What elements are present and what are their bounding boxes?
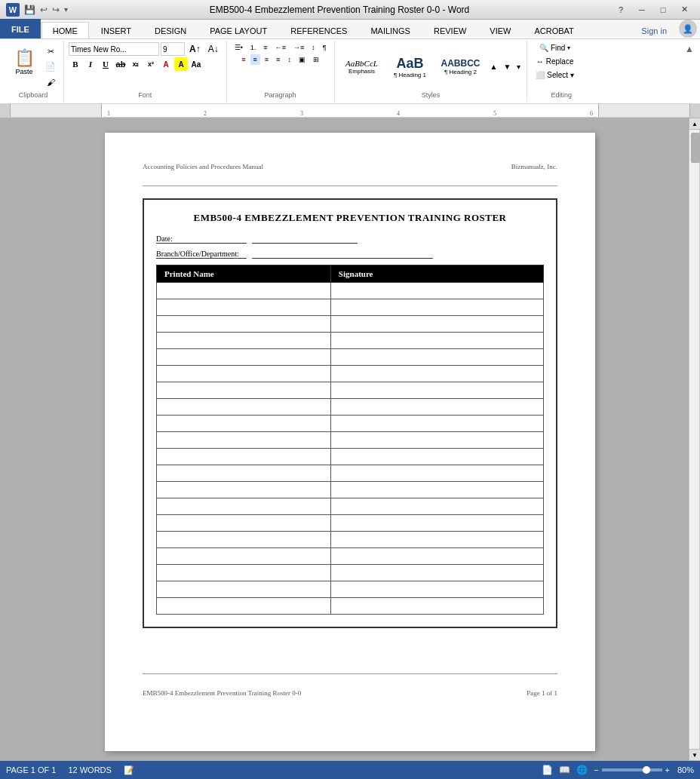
signature-cell <box>330 581 543 598</box>
minimize-button[interactable]: ─ <box>632 2 652 17</box>
maximize-button[interactable]: □ <box>653 2 673 17</box>
increase-indent-button[interactable]: →≡ <box>290 42 307 53</box>
signature-cell <box>330 349 543 366</box>
styles-more[interactable]: ▾ <box>515 61 522 72</box>
zoom-out-button[interactable]: − <box>594 765 598 774</box>
line-spacing-button[interactable]: ↕ <box>284 54 294 65</box>
help-button[interactable]: ? <box>611 2 631 17</box>
bold-button[interactable]: B <box>69 57 82 71</box>
table-row <box>157 515 544 532</box>
table-row <box>157 349 544 366</box>
text-color-button[interactable]: A <box>159 57 173 71</box>
sign-in-button[interactable]: Sign in <box>632 23 676 38</box>
align-left-button[interactable]: ≡ <box>238 54 248 65</box>
decrease-indent-button[interactable]: ←≡ <box>272 42 289 53</box>
strikethrough-button[interactable]: ab <box>114 57 127 71</box>
zoom-slider[interactable] <box>602 768 662 771</box>
quick-access-save[interactable]: 💾 <box>24 5 35 15</box>
find-button[interactable]: 🔍 Find ▾ <box>536 42 574 54</box>
quick-access-redo[interactable]: ↪ <box>52 5 60 15</box>
ribbon-collapse-button[interactable]: ▲ <box>682 42 697 56</box>
zoom-level: 80% <box>673 765 694 774</box>
zoom-controls[interactable]: − + 80% <box>594 765 694 774</box>
quick-access-undo[interactable]: ↩ <box>40 5 48 15</box>
style-emphasis[interactable]: AaBbCcL Emphasis <box>339 57 385 77</box>
view-web-button[interactable]: 🌐 <box>576 765 588 775</box>
numbering-button[interactable]: 1. <box>247 42 259 53</box>
decrease-font-size-button[interactable]: A↓ <box>205 42 222 56</box>
signature-cell <box>330 299 543 316</box>
ruler: 1 2 3 4 5 6 <box>0 104 700 118</box>
tab-insert[interactable]: INSERT <box>90 22 143 38</box>
align-right-button[interactable]: ≡ <box>262 54 272 65</box>
scroll-down-button[interactable]: ▼ <box>689 749 700 761</box>
view-read-button[interactable]: 📖 <box>559 765 570 775</box>
scroll-thumb[interactable] <box>691 133 700 163</box>
name-cell <box>157 465 331 482</box>
status-bar: PAGE 1 OF 1 12 WORDS 📝 📄 📖 🌐 − + 80% <box>0 761 700 779</box>
table-row <box>157 399 544 416</box>
close-button[interactable]: ✕ <box>674 2 694 17</box>
scroll-track[interactable] <box>689 130 700 749</box>
border-button[interactable]: ⊞ <box>310 54 322 65</box>
underline-button[interactable]: U <box>99 57 112 71</box>
tab-mailings[interactable]: MAILINGS <box>359 22 422 38</box>
highlight-button[interactable]: A <box>174 57 188 71</box>
scroll-up-button[interactable]: ▲ <box>689 118 700 130</box>
paragraph-group: ☰• 1. ≡ ←≡ →≡ ↕ ¶ ≡ ≡ ≡ ≡ ↕ ▣ ⊞ Paragrap… <box>227 41 335 102</box>
paste-button[interactable]: 📋 Paste <box>8 42 41 81</box>
subscript-button[interactable]: x₂ <box>129 57 143 71</box>
page-header: Accounting Policies and Procedures Manua… <box>143 163 557 170</box>
signature-cell <box>330 399 543 416</box>
header-right: Bizmanualz, Inc. <box>511 163 557 170</box>
replace-button[interactable]: ↔ Replace <box>533 56 578 67</box>
copy-button[interactable]: 📄 <box>42 60 59 73</box>
shading-button[interactable]: ▣ <box>296 54 309 65</box>
format-painter-button[interactable]: 🖌 <box>42 75 59 89</box>
clear-format-button[interactable]: Aa <box>189 57 203 71</box>
find-icon: 🔍 <box>539 44 548 52</box>
name-cell <box>157 498 331 515</box>
show-formatting-button[interactable]: ¶ <box>320 42 330 53</box>
signature-cell <box>330 548 543 565</box>
multilevel-list-button[interactable]: ≡ <box>260 42 270 53</box>
align-center-button[interactable]: ≡ <box>250 54 260 65</box>
zoom-in-button[interactable]: + <box>665 765 670 774</box>
superscript-button[interactable]: x² <box>144 57 158 71</box>
ribbon-tabs: FILE HOME INSERT DESIGN PAGE LAYOUT REFE… <box>0 20 700 39</box>
table-row <box>157 482 544 498</box>
select-button[interactable]: ⬜ Select ▾ <box>532 69 578 81</box>
styles-scroll-down[interactable]: ▼ <box>502 61 512 72</box>
italic-button[interactable]: I <box>84 57 97 71</box>
font-name-input[interactable] <box>69 42 159 56</box>
scrollbar[interactable]: ▲ ▼ <box>688 118 700 761</box>
sort-button[interactable]: ↕ <box>309 42 318 53</box>
replace-icon: ↔ <box>536 57 544 66</box>
cut-button[interactable]: ✂ <box>42 44 59 58</box>
font-size-input[interactable] <box>161 42 185 56</box>
page-info: PAGE 1 OF 1 <box>6 765 56 775</box>
table-row <box>157 333 544 349</box>
tab-file[interactable]: FILE <box>0 19 41 38</box>
name-cell <box>157 399 331 416</box>
view-print-button[interactable]: 📄 <box>542 765 553 775</box>
bullets-button[interactable]: ☰• <box>232 42 246 53</box>
style-heading2[interactable]: AABBCC ¶ Heading 2 <box>436 56 486 78</box>
tab-page-layout[interactable]: PAGE LAYOUT <box>198 22 278 38</box>
tab-review[interactable]: REVIEW <box>422 22 477 38</box>
branch-field: Branch/Office/Department: <box>156 250 544 259</box>
tab-references[interactable]: REFERENCES <box>279 22 358 38</box>
justify-button[interactable]: ≡ <box>273 54 283 65</box>
page-footer: EMB500-4 Embezzlement Prevention Trainin… <box>143 689 557 697</box>
roster-table: Printed Name Signature <box>156 265 544 615</box>
style-heading1[interactable]: AaB ¶ Heading 1 <box>388 54 433 81</box>
tab-acrobat[interactable]: ACROBAT <box>523 22 585 38</box>
proofing-icon[interactable]: 📝 <box>124 765 134 775</box>
tab-home[interactable]: HOME <box>41 22 89 38</box>
table-row <box>157 532 544 548</box>
tab-view[interactable]: VIEW <box>478 22 522 38</box>
tab-design[interactable]: DESIGN <box>143 22 198 38</box>
col-printed-name: Printed Name <box>157 265 331 283</box>
increase-font-size-button[interactable]: A↑ <box>186 42 204 56</box>
styles-scroll-up[interactable]: ▲ <box>489 61 499 72</box>
